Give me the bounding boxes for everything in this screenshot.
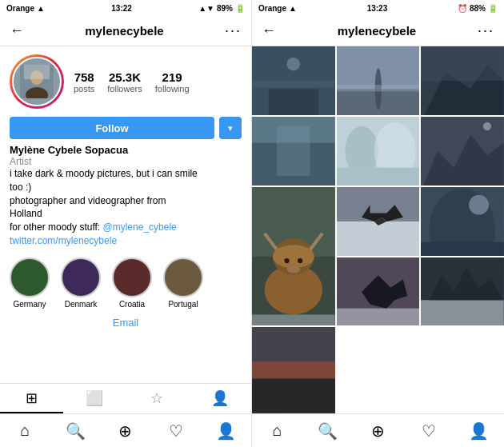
svg-rect-12 bbox=[421, 46, 504, 115]
bio-link-instagram[interactable]: @mylene_cybele bbox=[103, 222, 177, 233]
svg-point-30 bbox=[284, 258, 289, 263]
tab-tagged[interactable]: ☆ bbox=[126, 384, 189, 413]
avatar-wrap[interactable] bbox=[10, 54, 64, 109]
photo-cell-highland-cow[interactable] bbox=[252, 187, 335, 326]
email-section: Email bbox=[0, 312, 251, 333]
add-button-left[interactable]: ⊕ bbox=[101, 421, 151, 441]
nav-bar-left: ← mylenecybele ··· bbox=[0, 16, 251, 46]
tab-grid[interactable]: ⊞ bbox=[0, 384, 63, 413]
photo-cell-8[interactable] bbox=[337, 187, 420, 256]
svg-point-24 bbox=[483, 122, 491, 130]
svg-rect-7 bbox=[252, 81, 335, 87]
photo-cell-6[interactable] bbox=[421, 117, 504, 186]
photo-cell-10[interactable] bbox=[337, 257, 420, 326]
svg-rect-42 bbox=[337, 257, 420, 326]
highlight-label-croatia: Croatia bbox=[119, 300, 145, 309]
photo-cell-3[interactable] bbox=[421, 46, 504, 115]
highlight-circle-croatia bbox=[112, 257, 152, 297]
location-icon: ▲▼ bbox=[198, 4, 214, 13]
alarm-icon: ⏰ bbox=[458, 4, 467, 13]
photo-cell-4[interactable] bbox=[252, 117, 335, 186]
svg-marker-43 bbox=[362, 275, 407, 308]
svg-rect-21 bbox=[337, 167, 420, 185]
home-button-left[interactable]: ⌂ bbox=[0, 421, 50, 440]
followers-stat[interactable]: 25.3K followers bbox=[107, 70, 142, 94]
svg-marker-47 bbox=[430, 266, 504, 299]
svg-point-39 bbox=[430, 188, 496, 255]
search-button-right[interactable]: 🔍 bbox=[302, 421, 353, 441]
svg-rect-14 bbox=[421, 46, 504, 81]
highlight-circle-germany bbox=[10, 257, 50, 297]
highlight-portugal[interactable]: Portugal bbox=[163, 257, 203, 309]
left-panel: Orange ▲ 13:22 ▲▼ 89% 🔋 ← mylenecybele ·… bbox=[0, 0, 252, 447]
followers-label: followers bbox=[107, 84, 142, 94]
nav-bar-right: ← mylenecybele ··· bbox=[252, 16, 504, 46]
posts-stat[interactable]: 758 posts bbox=[74, 70, 94, 94]
tab-mentions[interactable]: 👤 bbox=[189, 384, 252, 413]
profile-name: Mylène Cybele Sopacua bbox=[10, 144, 242, 156]
svg-rect-41 bbox=[421, 242, 504, 256]
bio-link-twitter[interactable]: twitter.com/mylenecybele bbox=[10, 235, 117, 246]
highlight-label-denmark: Denmark bbox=[65, 300, 98, 309]
svg-rect-50 bbox=[252, 379, 335, 413]
bookmark-icon: ☆ bbox=[150, 389, 163, 407]
following-stat[interactable]: 219 following bbox=[155, 70, 190, 94]
photo-cell-11[interactable] bbox=[421, 257, 504, 326]
svg-rect-16 bbox=[252, 142, 335, 185]
add-button-right[interactable]: ⊕ bbox=[353, 421, 403, 441]
likes-button-left[interactable]: ♡ bbox=[150, 421, 201, 441]
battery-left: 89% bbox=[217, 4, 233, 13]
svg-point-6 bbox=[287, 58, 301, 71]
svg-point-10 bbox=[374, 68, 381, 110]
photo-cell-5[interactable] bbox=[337, 117, 420, 186]
profile-button-left[interactable]: 👤 bbox=[201, 421, 251, 441]
svg-rect-44 bbox=[337, 308, 420, 325]
signal-icon: ▲ bbox=[37, 4, 45, 13]
bottom-nav-left: ⌂ 🔍 ⊕ ♡ 👤 bbox=[0, 413, 251, 447]
username-right: mylenecybele bbox=[338, 24, 416, 38]
photo-cell-12[interactable] bbox=[252, 327, 335, 413]
more-button-right[interactable]: ··· bbox=[478, 22, 494, 39]
svg-point-31 bbox=[298, 258, 302, 263]
svg-rect-33 bbox=[252, 314, 335, 325]
profile-button-right[interactable]: 👤 bbox=[454, 421, 504, 441]
person-tag-icon: 👤 bbox=[211, 389, 229, 407]
highlight-croatia[interactable]: Croatia bbox=[112, 257, 152, 309]
likes-button-right[interactable]: ♡ bbox=[403, 421, 454, 441]
search-button-left[interactable]: 🔍 bbox=[50, 421, 101, 441]
svg-point-28 bbox=[273, 238, 314, 275]
right-panel: Orange ▲ 13:23 ⏰ 88% 🔋 ← mylenecybele ··… bbox=[252, 0, 504, 447]
svg-point-27 bbox=[265, 265, 323, 314]
svg-point-19 bbox=[345, 126, 378, 176]
svg-rect-48 bbox=[252, 327, 335, 413]
follow-dropdown-button[interactable]: ▾ bbox=[219, 117, 242, 139]
back-button-left[interactable]: ← bbox=[10, 22, 24, 39]
follow-button[interactable]: Follow bbox=[10, 117, 214, 139]
username-left: mylenecybele bbox=[85, 24, 163, 38]
more-button-left[interactable]: ··· bbox=[225, 22, 242, 39]
time-right: 13:23 bbox=[367, 4, 388, 13]
svg-marker-36 bbox=[362, 205, 403, 222]
profile-section: 758 posts 25.3K followers 219 following bbox=[0, 46, 251, 114]
svg-rect-51 bbox=[252, 327, 335, 361]
tab-single[interactable]: ⬜ bbox=[63, 384, 126, 413]
photo-cell-9[interactable] bbox=[421, 187, 504, 256]
following-label: following bbox=[155, 84, 190, 94]
chevron-down-icon: ▾ bbox=[228, 123, 233, 134]
email-button[interactable]: Email bbox=[113, 317, 139, 329]
photo-cell-1[interactable] bbox=[252, 46, 335, 115]
highlight-label-germany: Germany bbox=[13, 300, 46, 309]
photo-cell-2[interactable] bbox=[337, 46, 420, 115]
svg-rect-49 bbox=[252, 361, 335, 379]
signal-icon-right: ▲ bbox=[289, 4, 297, 13]
back-button-right[interactable]: ← bbox=[262, 22, 276, 39]
svg-rect-8 bbox=[337, 46, 420, 115]
svg-rect-18 bbox=[337, 117, 420, 186]
grid-icon: ⊞ bbox=[26, 389, 38, 407]
home-button-right[interactable]: ⌂ bbox=[252, 421, 302, 440]
battery-icon-right: 🔋 bbox=[488, 4, 498, 13]
svg-rect-15 bbox=[252, 117, 335, 186]
highlight-denmark[interactable]: Denmark bbox=[61, 257, 101, 309]
highlight-germany[interactable]: Germany bbox=[10, 257, 50, 309]
followers-count: 25.3K bbox=[109, 70, 141, 84]
